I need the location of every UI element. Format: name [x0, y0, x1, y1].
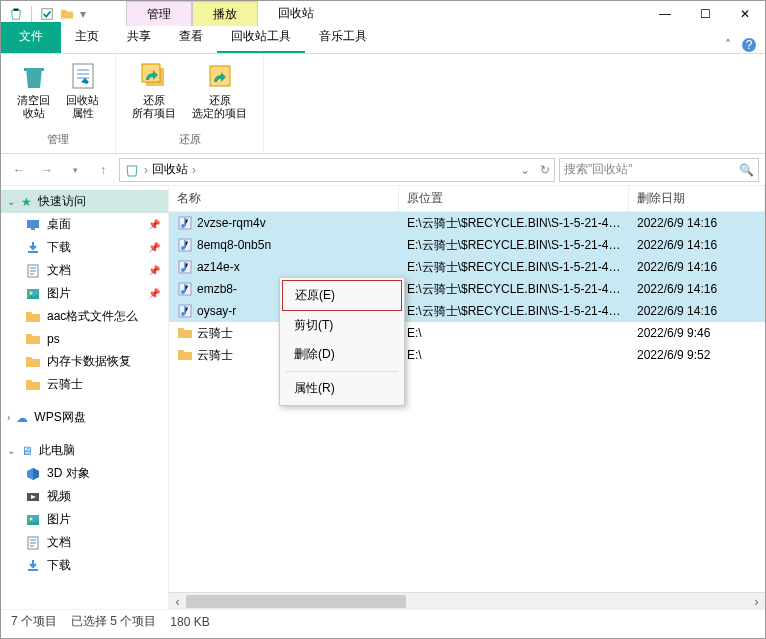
cell-date: 2022/6/9 9:52 [629, 348, 765, 362]
sidebar-item[interactable]: 下载 [1, 554, 168, 577]
file-row[interactable]: 8emq8-0nb5nE:\云骑士\$RECYCLE.BIN\S-1-5-21-… [169, 234, 765, 256]
status-item-count: 7 个项目 [11, 613, 57, 630]
menu-tab-1[interactable]: 共享 [113, 22, 165, 53]
label: WPS网盘 [34, 409, 85, 426]
scroll-right-button[interactable]: › [748, 593, 765, 610]
sidebar-item[interactable]: 3D 对象 [1, 462, 168, 485]
file-row[interactable]: az14e-xE:\云骑士\$RECYCLE.BIN\S-1-5-21-42..… [169, 256, 765, 278]
pin-icon: 📌 [148, 219, 160, 230]
sidebar-item[interactable]: 下载📌 [1, 236, 168, 259]
pc-icon: 🖥 [21, 444, 33, 458]
ribbon-button[interactable]: 清空回收站 [11, 58, 56, 122]
context-menu-item[interactable]: 删除(D) [282, 340, 402, 369]
search-box[interactable]: 搜索"回收站" 🔍 [559, 158, 759, 182]
svg-rect-8 [27, 220, 39, 228]
menu-tab-2[interactable]: 查看 [165, 22, 217, 53]
qat-dropdown[interactable]: ▾ [80, 7, 86, 21]
restore-all-icon [138, 60, 170, 92]
column-headers: 名称 原位置 删除日期 [169, 186, 765, 212]
sidebar-wps[interactable]: › ☁ WPS网盘 [1, 406, 168, 429]
history-dropdown[interactable]: ▾ [63, 158, 87, 182]
refresh-icon[interactable]: ↻ [540, 163, 550, 177]
context-menu-item[interactable]: 剪切(T) [282, 311, 402, 340]
address-dropdown[interactable]: ⌄ [520, 163, 530, 177]
ribbon-button[interactable]: 还原所有项目 [126, 58, 182, 122]
ribbon-button[interactable]: 回收站属性 [60, 58, 105, 122]
sidebar-item[interactable]: 文档 [1, 531, 168, 554]
document-icon [25, 263, 41, 279]
horizontal-scrollbar[interactable]: ‹ › [169, 592, 765, 609]
cell-location: E:\云骑士\$RECYCLE.BIN\S-1-5-21-42... [399, 215, 629, 232]
status-size: 180 KB [170, 615, 209, 629]
file-list[interactable]: 2vzse-rqm4vE:\云骑士\$RECYCLE.BIN\S-1-5-21-… [169, 212, 765, 592]
file-name: emzb8- [197, 282, 237, 296]
maximize-button[interactable]: ☐ [685, 1, 725, 26]
file-row[interactable]: 云骑士E:\2022/6/9 9:52 [169, 344, 765, 366]
address-box[interactable]: › 回收站 › ⌄ ↻ [119, 158, 555, 182]
sidebar-item[interactable]: aac格式文件怎么 [1, 305, 168, 328]
sidebar-item[interactable]: 图片📌 [1, 282, 168, 305]
column-location[interactable]: 原位置 [399, 186, 629, 211]
column-date[interactable]: 删除日期 [629, 186, 765, 211]
column-name[interactable]: 名称 [169, 186, 399, 211]
desktop-icon [25, 217, 41, 233]
ribbon: 清空回收站回收站属性管理还原所有项目还原选定的项目还原 [1, 54, 765, 154]
up-button[interactable]: ↑ [91, 158, 115, 182]
ribbon-group-name: 管理 [45, 130, 71, 149]
cell-date: 2022/6/9 14:16 [629, 238, 765, 252]
ribbon-button[interactable]: 还原选定的项目 [186, 58, 253, 122]
sidebar-item[interactable]: 内存卡数据恢复 [1, 350, 168, 373]
pin-icon: 📌 [148, 288, 160, 299]
breadcrumb-segment[interactable]: 回收站 [152, 161, 188, 178]
scroll-thumb[interactable] [186, 595, 406, 608]
ribbon-group-name: 还原 [177, 130, 203, 149]
music-icon [177, 237, 193, 253]
sidebar-item[interactable]: 云骑士 [1, 373, 168, 396]
chevron-icon: › [7, 412, 10, 423]
ribbon-collapse-icon[interactable]: ˄ [725, 38, 731, 52]
file-name: 云骑士 [197, 347, 233, 364]
context-menu-item[interactable]: 还原(E) [282, 280, 402, 311]
file-row[interactable]: 云骑士E:\2022/6/9 9:46 [169, 322, 765, 344]
help-icon[interactable]: ? [741, 37, 757, 53]
breadcrumb-sep[interactable]: › [144, 163, 148, 177]
menu-tab-4[interactable]: 音乐工具 [305, 22, 381, 53]
ribbon-tabs: 文件 主页共享查看回收站工具音乐工具 ˄ ? [1, 26, 765, 54]
close-button[interactable]: ✕ [725, 1, 765, 26]
forward-button[interactable]: → [35, 158, 59, 182]
quick-access-toolbar: ▾ [1, 6, 86, 22]
search-placeholder: 搜索"回收站" [564, 161, 739, 178]
back-button[interactable]: ← [7, 158, 31, 182]
sidebar-label: ps [47, 332, 60, 346]
picture-icon [25, 286, 41, 302]
checkbox-icon[interactable] [40, 7, 54, 21]
sidebar-this-pc[interactable]: ⌄ 🖥 此电脑 [1, 439, 168, 462]
music-icon [177, 303, 193, 319]
restore-selected-icon [204, 60, 236, 92]
sidebar-item[interactable]: 桌面📌 [1, 213, 168, 236]
menu-tab-3[interactable]: 回收站工具 [217, 22, 305, 53]
minimize-button[interactable]: — [645, 1, 685, 26]
chevron-icon: ⌄ [7, 196, 15, 207]
sidebar-quick-access[interactable]: ⌄ ★ 快速访问 [1, 190, 168, 213]
ribbon-label: 清空回收站 [17, 94, 50, 120]
file-tab[interactable]: 文件 [1, 22, 61, 53]
breadcrumb-sep[interactable]: › [192, 163, 196, 177]
context-menu-item[interactable]: 属性(R) [282, 374, 402, 403]
file-row[interactable]: 2vzse-rqm4vE:\云骑士\$RECYCLE.BIN\S-1-5-21-… [169, 212, 765, 234]
sidebar-item[interactable]: 文档📌 [1, 259, 168, 282]
search-icon[interactable]: 🔍 [739, 163, 754, 177]
file-row[interactable]: oysay-rE:\云骑士\$RECYCLE.BIN\S-1-5-21-42..… [169, 300, 765, 322]
sidebar-label: 内存卡数据恢复 [47, 353, 131, 370]
sidebar-item[interactable]: 视频 [1, 485, 168, 508]
scroll-left-button[interactable]: ‹ [169, 593, 186, 610]
folder-icon [25, 354, 41, 370]
status-bar: 7 个项目 已选择 5 个项目 180 KB [1, 609, 765, 633]
cell-location: E:\云骑士\$RECYCLE.BIN\S-1-5-21-42... [399, 237, 629, 254]
sidebar-item[interactable]: 图片 [1, 508, 168, 531]
folder-icon[interactable] [60, 7, 74, 21]
sidebar-item[interactable]: ps [1, 328, 168, 350]
cell-location: E:\云骑士\$RECYCLE.BIN\S-1-5-21-42... [399, 259, 629, 276]
menu-tab-0[interactable]: 主页 [61, 22, 113, 53]
file-row[interactable]: emzb8-E:\云骑士\$RECYCLE.BIN\S-1-5-21-42...… [169, 278, 765, 300]
